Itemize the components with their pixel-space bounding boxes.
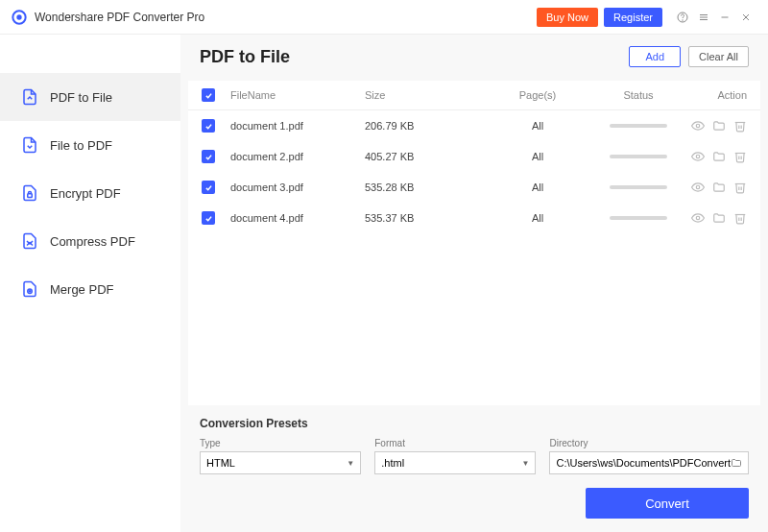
table-row: document 2.pdf405.27 KBAll: [188, 141, 760, 172]
row-checkbox[interactable]: [202, 181, 215, 194]
titlebar: Wondershare PDF Converter Pro Buy Now Re…: [0, 0, 768, 35]
svg-point-16: [696, 185, 700, 189]
sidebar-item-label: Compress PDF: [50, 234, 135, 249]
column-pages: Page(s): [490, 89, 586, 101]
page-title: PDF to File: [200, 47, 629, 67]
preview-icon[interactable]: [691, 119, 705, 133]
sidebar-item-label: Encrypt PDF: [50, 186, 121, 201]
file-pages: All: [490, 151, 586, 162]
svg-point-3: [683, 19, 684, 20]
file-size: 535.28 KB: [365, 181, 490, 193]
file-size: 405.27 KB: [365, 151, 490, 162]
sidebar-item-label: PDF to File: [50, 90, 112, 105]
row-checkbox[interactable]: [202, 211, 215, 225]
file-name: document 2.pdf: [230, 151, 365, 162]
row-checkbox[interactable]: [202, 150, 215, 163]
row-checkbox[interactable]: [202, 119, 215, 133]
main: PDF to File File to PDF Encrypt PDF Comp…: [0, 35, 768, 532]
file-pages: All: [490, 212, 586, 224]
type-select[interactable]: HTML▼: [200, 451, 361, 474]
app-title: Wondershare PDF Converter Pro: [35, 11, 537, 24]
column-filename: FileName: [230, 89, 365, 101]
directory-label: Directory: [549, 438, 749, 448]
file-name: document 4.pdf: [230, 212, 365, 224]
presets-title: Conversion Presets: [200, 417, 749, 430]
buy-now-button[interactable]: Buy Now: [537, 8, 598, 27]
merge-pdf-icon: [21, 280, 38, 298]
sidebar-item-file-to-pdf[interactable]: File to PDF: [0, 121, 180, 169]
open-folder-icon[interactable]: [712, 211, 726, 225]
add-button[interactable]: Add: [629, 46, 681, 67]
sidebar-item-label: File to PDF: [50, 138, 112, 153]
content: PDF to File Add Clear All FileName Size …: [180, 35, 768, 532]
close-icon[interactable]: [735, 7, 756, 28]
file-pages: All: [490, 120, 586, 132]
folder-browse-icon[interactable]: [731, 457, 742, 469]
progress-bar: [610, 155, 667, 158]
preview-icon[interactable]: [691, 150, 705, 163]
open-folder-icon[interactable]: [712, 150, 726, 163]
sidebar-item-label: Merge PDF: [50, 282, 113, 297]
sidebar-item-compress-pdf[interactable]: Compress PDF: [0, 217, 180, 265]
table-header: FileName Size Page(s) Status Action: [188, 81, 760, 110]
delete-icon[interactable]: [733, 119, 747, 133]
register-button[interactable]: Register: [604, 8, 662, 27]
table-row: document 1.pdf206.79 KBAll: [188, 110, 760, 141]
select-all-checkbox[interactable]: [202, 88, 215, 102]
sidebar-item-pdf-to-file[interactable]: PDF to File: [0, 73, 180, 121]
file-pages: All: [490, 181, 586, 193]
open-folder-icon[interactable]: [712, 181, 726, 194]
chevron-down-icon: ▼: [347, 459, 354, 468]
file-to-pdf-icon: [21, 136, 38, 154]
svg-rect-10: [28, 194, 33, 198]
pdf-to-file-icon: [21, 88, 38, 106]
help-icon[interactable]: [672, 7, 693, 28]
clear-all-button[interactable]: Clear All: [688, 46, 749, 67]
file-table: FileName Size Page(s) Status Action docu…: [188, 81, 760, 405]
table-row: document 4.pdf535.37 KBAll: [188, 203, 760, 233]
footer: Convert: [180, 488, 768, 532]
conversion-presets: Conversion Presets Type HTML▼ Format .ht…: [180, 405, 768, 488]
sidebar-item-merge-pdf[interactable]: Merge PDF: [0, 265, 180, 313]
column-size: Size: [365, 89, 490, 101]
sidebar: PDF to File File to PDF Encrypt PDF Comp…: [0, 35, 180, 532]
table-row: document 3.pdf535.28 KBAll: [188, 172, 760, 203]
format-select[interactable]: .html▼: [374, 451, 536, 474]
file-name: document 1.pdf: [230, 120, 365, 132]
svg-point-17: [696, 216, 700, 220]
progress-bar: [610, 124, 667, 128]
progress-bar: [610, 185, 667, 189]
minimize-icon[interactable]: [714, 7, 735, 28]
chevron-down-icon: ▼: [522, 459, 530, 468]
delete-icon[interactable]: [733, 211, 747, 225]
sidebar-item-encrypt-pdf[interactable]: Encrypt PDF: [0, 169, 180, 217]
svg-point-14: [696, 124, 700, 128]
menu-icon[interactable]: [693, 7, 714, 28]
content-header: PDF to File Add Clear All: [180, 35, 768, 81]
delete-icon[interactable]: [733, 181, 747, 194]
column-status: Status: [586, 89, 691, 101]
encrypt-pdf-icon: [21, 184, 38, 202]
type-label: Type: [200, 438, 361, 448]
svg-point-1: [16, 14, 21, 19]
open-folder-icon[interactable]: [712, 119, 726, 133]
app-logo-icon: [12, 10, 27, 25]
progress-bar: [610, 216, 667, 220]
file-size: 206.79 KB: [365, 120, 490, 132]
directory-input[interactable]: C:\Users\ws\Documents\PDFConvert: [549, 451, 749, 474]
column-action: Action: [717, 89, 747, 101]
preview-icon[interactable]: [691, 211, 705, 225]
preview-icon[interactable]: [691, 181, 705, 194]
compress-pdf-icon: [21, 232, 38, 250]
file-name: document 3.pdf: [230, 181, 365, 193]
delete-icon[interactable]: [733, 150, 747, 163]
format-label: Format: [374, 438, 536, 448]
svg-point-15: [696, 155, 700, 158]
convert-button[interactable]: Convert: [586, 488, 749, 519]
file-size: 535.37 KB: [365, 212, 490, 224]
